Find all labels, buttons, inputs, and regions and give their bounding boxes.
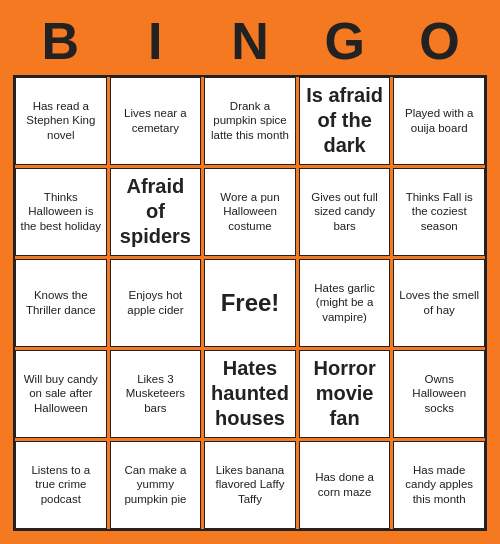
bingo-letter-g: G	[300, 13, 390, 70]
bingo-cell-r2-c2[interactable]: Free!	[204, 259, 296, 347]
bingo-cell-r0-c2[interactable]: Drank a pumpkin spice latte this month	[204, 77, 296, 165]
bingo-cell-r3-c2[interactable]: Hates haunted houses	[204, 350, 296, 438]
bingo-cell-r0-c4[interactable]: Played with a ouija board	[393, 77, 485, 165]
bingo-cell-r1-c3[interactable]: Gives out full sized candy bars	[299, 168, 391, 256]
bingo-cell-r3-c0[interactable]: Will buy candy on sale after Halloween	[15, 350, 107, 438]
bingo-cell-r3-c1[interactable]: Likes 3 Musketeers bars	[110, 350, 202, 438]
bingo-cell-r4-c4[interactable]: Has made candy apples this month	[393, 441, 485, 529]
bingo-cell-r1-c1[interactable]: Afraid of spiders	[110, 168, 202, 256]
bingo-cell-r4-c0[interactable]: Listens to a true crime podcast	[15, 441, 107, 529]
bingo-letter-n: N	[205, 13, 295, 70]
bingo-cell-r4-c3[interactable]: Has done a corn maze	[299, 441, 391, 529]
bingo-letter-o: O	[395, 13, 485, 70]
bingo-cell-r1-c2[interactable]: Wore a pun Halloween costume	[204, 168, 296, 256]
bingo-cell-r2-c0[interactable]: Knows the Thriller dance	[15, 259, 107, 347]
bingo-cell-r3-c3[interactable]: Horror movie fan	[299, 350, 391, 438]
bingo-cell-r0-c1[interactable]: Lives near a cemetary	[110, 77, 202, 165]
bingo-cell-r2-c4[interactable]: Loves the smell of hay	[393, 259, 485, 347]
bingo-cell-r1-c0[interactable]: Thinks Halloween is the best holiday	[15, 168, 107, 256]
bingo-cell-r3-c4[interactable]: Owns Halloween socks	[393, 350, 485, 438]
bingo-card: BINGO Has read a Stephen King novelLives…	[5, 5, 495, 538]
bingo-letter-b: B	[15, 13, 105, 70]
bingo-cell-r4-c1[interactable]: Can make a yummy pumpkin pie	[110, 441, 202, 529]
bingo-cell-r1-c4[interactable]: Thinks Fall is the coziest season	[393, 168, 485, 256]
bingo-grid: Has read a Stephen King novelLives near …	[13, 75, 487, 531]
bingo-cell-r0-c0[interactable]: Has read a Stephen King novel	[15, 77, 107, 165]
bingo-title: BINGO	[13, 13, 487, 70]
bingo-cell-r0-c3[interactable]: Is afraid of the dark	[299, 77, 391, 165]
bingo-cell-r2-c3[interactable]: Hates garlic (might be a vampire)	[299, 259, 391, 347]
bingo-letter-i: I	[110, 13, 200, 70]
bingo-cell-r2-c1[interactable]: Enjoys hot apple cider	[110, 259, 202, 347]
bingo-cell-r4-c2[interactable]: Likes banana flavored Laffy Taffy	[204, 441, 296, 529]
